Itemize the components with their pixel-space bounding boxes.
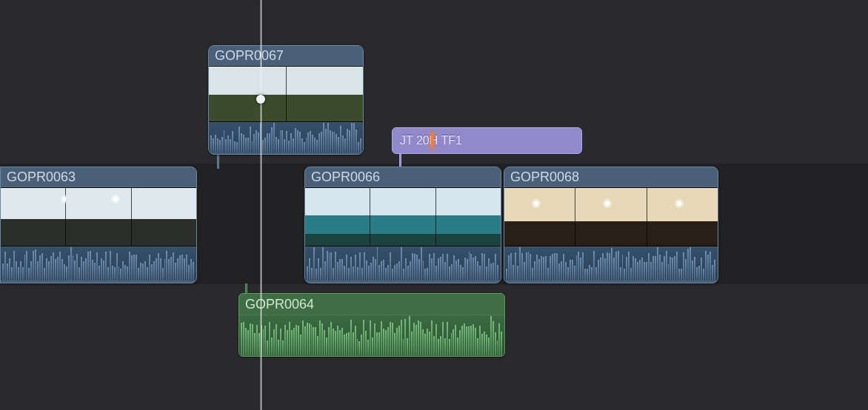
clip-label: GOPR0063 [1, 167, 196, 187]
primary-clip-gopr0066[interactable]: GOPR0066 [304, 167, 501, 283]
clip-audio-waveform [239, 315, 504, 355]
clip-filmstrip [504, 187, 718, 246]
clip-audio-waveform [504, 246, 718, 280]
connected-clip-gopr0067[interactable]: GOPR0067 [208, 45, 364, 155]
clip-audio-waveform [305, 246, 501, 280]
clip-filmstrip [1, 187, 196, 246]
clip-label: GOPR0068 [504, 167, 718, 187]
clip-label: GOPR0064 [239, 294, 504, 315]
primary-clip-gopr0068[interactable]: GOPR0068 [504, 167, 718, 283]
clip-filmstrip [209, 66, 363, 122]
clip-label: GOPR0067 [209, 46, 363, 66]
title-marker-icon [431, 132, 433, 149]
primary-clip-gopr0063[interactable]: GOPR0063 [0, 167, 197, 283]
connected-audio-gopr0064[interactable]: GOPR0064 [238, 293, 505, 357]
clip-audio-waveform [1, 246, 196, 280]
clip-label: GOPR0066 [305, 167, 501, 187]
clip-connector [217, 155, 219, 169]
timeline-canvas[interactable]: GOPR0067 JT 20H TF1 GOPR0063 GOPR0066 GO… [0, 0, 868, 410]
title-clip-jt20h[interactable]: JT 20H TF1 [392, 127, 582, 154]
clip-audio-waveform [209, 122, 363, 153]
clip-connector [245, 283, 247, 294]
clip-filmstrip [305, 187, 501, 246]
